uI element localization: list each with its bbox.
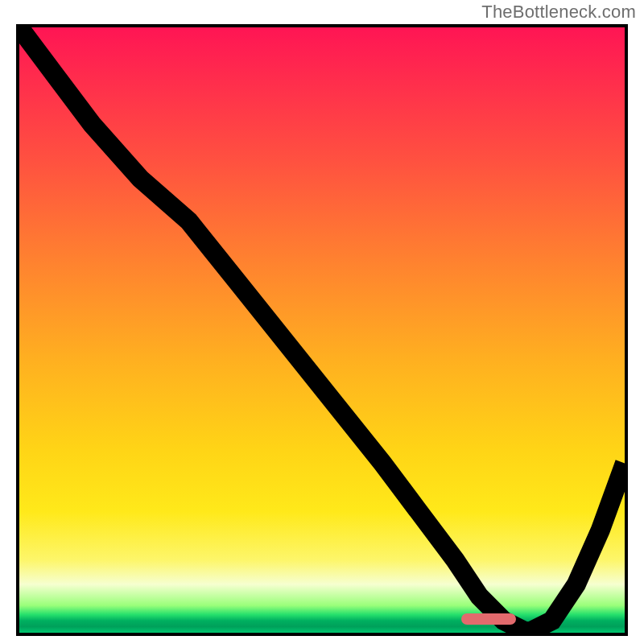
plot-frame: [16, 24, 628, 636]
bottleneck-curve: [19, 27, 625, 633]
optimal-region-marker: [461, 613, 516, 625]
watermark-text: TheBottleneck.com: [481, 2, 636, 23]
chart-stage: TheBottleneck.com: [0, 0, 644, 644]
